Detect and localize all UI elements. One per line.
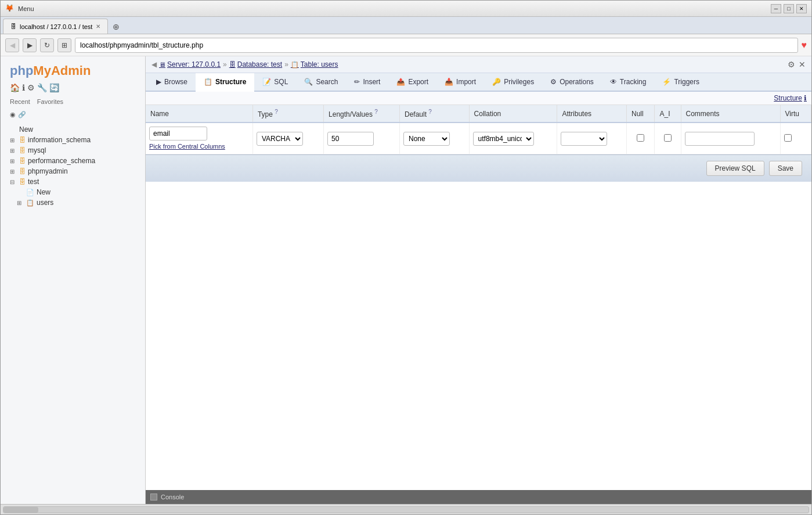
- ai-checkbox[interactable]: [664, 134, 672, 142]
- breadcrumb-database[interactable]: 🗄 Database: test: [229, 60, 282, 69]
- minimize-button[interactable]: ─: [771, 4, 781, 13]
- close-button[interactable]: ✕: [796, 4, 807, 13]
- sidebar-icon-row: 🏠 ℹ ⚙ 🔧 🔄: [1, 81, 145, 97]
- collapse-button[interactable]: ◉: [10, 111, 16, 118]
- scroll-track[interactable]: [3, 506, 809, 513]
- settings-panel-button[interactable]: ⚙: [788, 60, 795, 69]
- triggers-icon: ⚡: [662, 78, 671, 86]
- tab-operations[interactable]: ⚙ Operations: [542, 73, 602, 92]
- tree-item-users[interactable]: ⊞ 📋 users: [1, 197, 145, 208]
- tab-search[interactable]: 🔍 Search: [296, 73, 346, 92]
- structure-link[interactable]: Structure ℹ: [774, 94, 807, 102]
- db-icon: 🗄: [19, 168, 26, 175]
- forward-button[interactable]: ▶: [23, 38, 37, 52]
- tree-item-mysql[interactable]: ⊞ 🗄 mysql: [1, 145, 145, 156]
- col-header-virtual: Virtu: [780, 105, 811, 123]
- table-row: Pick from Central Columns VARCHAR INT TE…: [146, 123, 811, 154]
- close-panel-button[interactable]: ✕: [799, 60, 806, 69]
- sidebar-links: Recent Favorites: [1, 97, 145, 110]
- tab-navigation: ▶ Browse 📋 Structure 📝 SQL 🔍 Search ✏: [146, 73, 811, 92]
- tree-item-information-schema[interactable]: ⊞ 🗄 information_schema: [1, 135, 145, 145]
- expand-icon: ⊞: [10, 147, 17, 154]
- server-icon: 🖥: [159, 61, 165, 68]
- column-type-select[interactable]: VARCHAR INT TEXT DATE DATETIME FLOAT DOU…: [257, 132, 303, 146]
- tree-item-label: users: [37, 199, 53, 207]
- expand-icon: ⊞: [10, 158, 17, 164]
- columns-table: Name Type ? Length/Values ? De: [146, 105, 811, 154]
- cog2-icon[interactable]: 🔧: [37, 83, 47, 92]
- default-help-icon[interactable]: ?: [428, 109, 432, 115]
- favorites-link[interactable]: Favorites: [37, 98, 63, 105]
- maximize-button[interactable]: □: [784, 4, 794, 13]
- table-header-row: Name Type ? Length/Values ? De: [146, 105, 811, 123]
- tab-browse[interactable]: ▶ Browse: [148, 73, 196, 92]
- structure-icon: 📋: [204, 78, 212, 86]
- column-collation-select[interactable]: utf8mb4_unicode_ utf8_general_ci latin1_…: [473, 132, 534, 146]
- save-button[interactable]: Save: [769, 161, 802, 176]
- tree-item-phpmyadmin[interactable]: ⊞ 🗄 phpmyadmin: [1, 166, 145, 177]
- tab-triggers[interactable]: ⚡ Triggers: [654, 73, 708, 92]
- tab-close-button[interactable]: ✕: [96, 23, 100, 30]
- length-help-icon[interactable]: ?: [374, 109, 378, 115]
- breadcrumb-server[interactable]: 🖥 Server: 127.0.0.1: [159, 60, 221, 69]
- col-header-attributes: Attributes: [557, 105, 627, 123]
- tree-item-label: information_schema: [28, 136, 91, 144]
- tree-item-new-root[interactable]: New: [1, 124, 145, 135]
- content-area: Structure ℹ Name Type ?: [146, 92, 811, 490]
- sidebar: phpMyAdmin 🏠 ℹ ⚙ 🔧 🔄 Recent Favorites ◉ …: [1, 56, 146, 504]
- tab-tracking[interactable]: 👁 Tracking: [602, 73, 655, 92]
- browser-tab-bar: 🗄 localhost / 127.0.0.1 / test ✕ ⊕: [1, 17, 811, 34]
- back-button[interactable]: ◀: [5, 38, 19, 52]
- column-attributes-select[interactable]: BINARY UNSIGNED UNSIGNED ZEROFILL: [561, 132, 607, 146]
- virtual-checkbox[interactable]: [784, 134, 792, 142]
- tab-import[interactable]: 📥 Import: [436, 73, 484, 92]
- type-help-icon[interactable]: ?: [275, 109, 278, 115]
- default-cell: None As defined: NULL CURRENT_TIMESTAMP: [399, 123, 469, 154]
- console-bar[interactable]: Console: [146, 490, 811, 504]
- new-tab-button[interactable]: ⊕: [108, 20, 124, 34]
- db-icon: 🗄: [19, 147, 26, 154]
- home-button[interactable]: ⊞: [57, 38, 71, 52]
- browser-tab-active[interactable]: 🗄 localhost / 127.0.0.1 / test ✕: [3, 19, 108, 34]
- home-icon[interactable]: 🏠: [10, 83, 20, 92]
- col-header-null: Null: [627, 105, 655, 123]
- tree-item-label: New: [19, 125, 33, 134]
- col-header-collation: Collation: [469, 105, 557, 123]
- ai-cell: [655, 123, 681, 154]
- preview-sql-button[interactable]: Preview SQL: [706, 161, 764, 176]
- bookmark-button[interactable]: ♥: [802, 40, 807, 51]
- tree-item-performance-schema[interactable]: ⊞ 🗄 performance_schema: [1, 156, 145, 166]
- tab-structure[interactable]: 📋 Structure: [196, 73, 254, 92]
- right-panel: ◀ 🖥 Server: 127.0.0.1 » 🗄 Database: test…: [146, 56, 811, 504]
- info-icon[interactable]: ℹ: [22, 83, 25, 92]
- console-icon: [150, 494, 157, 500]
- virtual-cell: [780, 123, 811, 154]
- tab-export[interactable]: 📤 Export: [388, 73, 436, 92]
- address-input[interactable]: [75, 38, 798, 53]
- console-label[interactable]: Console: [161, 494, 184, 500]
- browser-window: 🦊 Menu ─ □ ✕ 🗄 localhost / 127.0.0.1 / t…: [0, 0, 812, 515]
- tab-insert[interactable]: ✏ Insert: [346, 73, 388, 92]
- tab-sql[interactable]: 📝 SQL: [254, 73, 296, 92]
- scroll-thumb[interactable]: [3, 507, 38, 513]
- link-button[interactable]: 🔗: [18, 111, 26, 118]
- sidebar-logo: phpMyAdmin: [1, 56, 145, 81]
- name-cell: Pick from Central Columns: [146, 123, 252, 154]
- tab-privileges[interactable]: 🔑 Privileges: [484, 73, 542, 92]
- tree-item-test[interactable]: ⊟ 🗄 test: [1, 177, 145, 187]
- reload-button[interactable]: ↻: [40, 38, 54, 52]
- null-checkbox[interactable]: [637, 134, 644, 142]
- pick-central-link[interactable]: Pick from Central Columns: [149, 143, 225, 150]
- recent-link[interactable]: Recent: [10, 98, 30, 105]
- settings-icon[interactable]: ⚙: [27, 83, 35, 92]
- column-length-input[interactable]: [327, 132, 374, 146]
- horizontal-scrollbar[interactable]: [1, 504, 811, 514]
- refresh-icon[interactable]: 🔄: [49, 83, 59, 92]
- breadcrumb-table[interactable]: 📋 Table: users: [291, 60, 338, 69]
- tree-item-test-new[interactable]: 📄 New: [1, 187, 145, 197]
- main-content: phpMyAdmin 🏠 ℹ ⚙ 🔧 🔄 Recent Favorites ◉ …: [1, 56, 811, 504]
- col-header-comments: Comments: [681, 105, 780, 123]
- column-name-input[interactable]: [149, 127, 207, 141]
- column-default-select[interactable]: None As defined: NULL CURRENT_TIMESTAMP: [403, 132, 450, 146]
- column-comments-input[interactable]: [685, 132, 755, 146]
